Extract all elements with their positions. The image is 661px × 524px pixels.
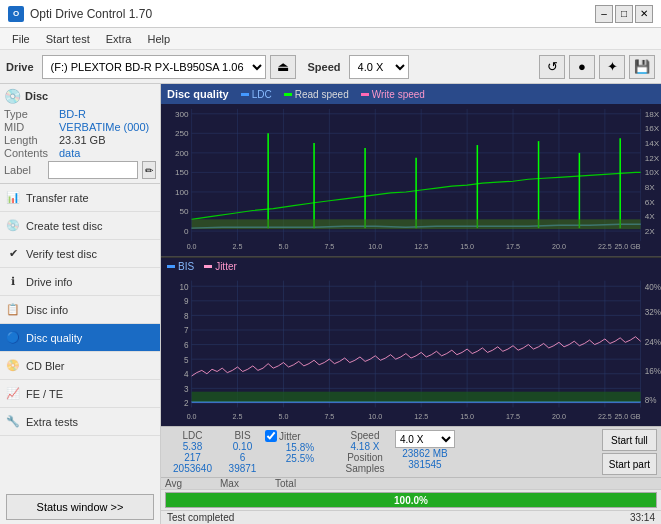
- minimize-button[interactable]: –: [595, 5, 613, 23]
- ldc-col-header: LDC: [165, 430, 220, 441]
- svg-text:17.5: 17.5: [506, 411, 520, 420]
- svg-text:25.0 GB: 25.0 GB: [614, 243, 641, 250]
- label-input[interactable]: [48, 161, 138, 179]
- pos-label: Position: [335, 452, 395, 463]
- row-labels: Avg Max Total: [161, 477, 661, 489]
- top-chart: 300 250 200 150 100 50 0 18X 16X 14X 12X…: [161, 104, 661, 257]
- total-bis: 39871: [220, 463, 265, 474]
- contents-key: Contents: [4, 147, 59, 159]
- maximize-button[interactable]: □: [615, 5, 633, 23]
- progress-section: 100.0%: [161, 489, 661, 510]
- mid-key: MID: [4, 121, 59, 133]
- speed-select[interactable]: 4.0 X: [349, 55, 409, 79]
- max-pos: 23862 MB: [395, 448, 455, 459]
- speed-set-select[interactable]: 4.0 X: [395, 430, 455, 448]
- read-legend-label: Read speed: [295, 89, 349, 100]
- svg-text:5.0: 5.0: [278, 243, 288, 250]
- speed-val-col: 4.0 X 23862 MB 381545: [395, 430, 455, 474]
- stats-columns: LDC 5.38 217 2053640 BIS 0.10 6 39871 Ji…: [165, 430, 598, 474]
- progress-bar-inner: 100.0%: [166, 493, 656, 507]
- nav-label-transfer-rate: Transfer rate: [26, 192, 89, 204]
- sidebar: 💿 Disc Type BD-R MID VERBATIMe (000) Len…: [0, 84, 161, 524]
- start-full-button[interactable]: Start full: [602, 429, 657, 451]
- avg-ldc: 5.38: [165, 441, 220, 452]
- write-legend: Write speed: [361, 89, 425, 100]
- main-area: 💿 Disc Type BD-R MID VERBATIMe (000) Len…: [0, 84, 661, 524]
- label-edit-button[interactable]: ✏: [142, 161, 156, 179]
- nav-label-fe-te: FE / TE: [26, 388, 63, 400]
- svg-text:9: 9: [184, 295, 189, 305]
- ldc-legend-dot: [241, 93, 249, 96]
- sidebar-item-disc-quality[interactable]: 🔵 Disc quality: [0, 324, 160, 352]
- refresh-button[interactable]: ↺: [539, 55, 565, 79]
- extra-tests-icon: 🔧: [6, 415, 20, 429]
- sidebar-item-extra-tests[interactable]: 🔧 Extra tests: [0, 408, 160, 436]
- star-button[interactable]: ✦: [599, 55, 625, 79]
- bottom-chart-header: BIS Jitter: [161, 257, 661, 275]
- total-ldc: 2053640: [165, 463, 220, 474]
- contents-val: data: [59, 147, 156, 159]
- svg-text:16%: 16%: [645, 365, 661, 375]
- svg-text:7.5: 7.5: [324, 243, 334, 250]
- svg-text:22.5: 22.5: [598, 243, 612, 250]
- bis-col: BIS 0.10 6 39871: [220, 430, 265, 474]
- max-bis: 6: [220, 452, 265, 463]
- nav-items: 📊 Transfer rate 💿 Create test disc ✔ Ver…: [0, 184, 160, 436]
- svg-text:16X: 16X: [645, 125, 660, 134]
- label-row: Label ✏: [4, 161, 156, 179]
- samples-label: Samples: [335, 463, 395, 474]
- nav-label-extra-tests: Extra tests: [26, 416, 78, 428]
- start-part-button[interactable]: Start part: [602, 453, 657, 475]
- menu-start-test[interactable]: Start test: [38, 31, 98, 47]
- jitter-col-label: Jitter: [279, 431, 301, 442]
- svg-text:4: 4: [184, 368, 189, 378]
- bis-col-header: BIS: [220, 430, 265, 441]
- svg-text:5.0: 5.0: [278, 411, 288, 420]
- sidebar-item-fe-te[interactable]: 📈 FE / TE: [0, 380, 160, 408]
- type-val: BD-R: [59, 108, 156, 120]
- sidebar-item-disc-info[interactable]: 📋 Disc info: [0, 296, 160, 324]
- svg-text:40%: 40%: [645, 281, 661, 291]
- label-key: Label: [4, 164, 44, 176]
- jitter-legend-dot: [204, 265, 212, 268]
- mid-val: VERBATIMe (000): [59, 121, 156, 133]
- top-chart-svg: 300 250 200 150 100 50 0 18X 16X 14X 12X…: [161, 104, 661, 256]
- svg-text:6: 6: [184, 339, 189, 349]
- drive-label: Drive: [6, 61, 34, 73]
- eject-button[interactable]: ⏏: [270, 55, 296, 79]
- sidebar-item-verify-test-disc[interactable]: ✔ Verify test disc: [0, 240, 160, 268]
- svg-text:0: 0: [184, 227, 189, 236]
- menu-help[interactable]: Help: [139, 31, 178, 47]
- sidebar-item-drive-info[interactable]: ℹ Drive info: [0, 268, 160, 296]
- svg-text:2.5: 2.5: [233, 243, 243, 250]
- ldc-legend: LDC: [241, 89, 272, 100]
- drive-select[interactable]: (F:) PLEXTOR BD-R PX-LB950SA 1.06: [42, 55, 266, 79]
- bis-legend: BIS: [167, 261, 194, 272]
- verify-test-disc-icon: ✔: [6, 247, 20, 261]
- menu-file[interactable]: File: [4, 31, 38, 47]
- svg-text:10.0: 10.0: [368, 411, 382, 420]
- speed-col-header: Speed: [335, 430, 395, 441]
- svg-text:0.0: 0.0: [187, 411, 197, 420]
- record-button[interactable]: ●: [569, 55, 595, 79]
- total-row-label: Total: [275, 478, 330, 489]
- svg-text:20.0: 20.0: [552, 243, 566, 250]
- jitter-checkbox[interactable]: [265, 430, 277, 442]
- close-button[interactable]: ✕: [635, 5, 653, 23]
- status-window-button[interactable]: Status window >>: [6, 494, 154, 520]
- sidebar-item-transfer-rate[interactable]: 📊 Transfer rate: [0, 184, 160, 212]
- svg-text:15.0: 15.0: [460, 411, 474, 420]
- bottom-chart-svg: 10 9 8 7 6 5 4 3 2 40% 32% 24% 16% 8% 0.…: [161, 275, 661, 427]
- nav-label-create-test-disc: Create test disc: [26, 220, 102, 232]
- title-bar: O Opti Drive Control 1.70 – □ ✕: [0, 0, 661, 28]
- avg-row-label: Avg: [165, 478, 220, 489]
- nav-label-disc-info: Disc info: [26, 304, 68, 316]
- nav-label-disc-quality: Disc quality: [26, 332, 82, 344]
- sidebar-item-create-test-disc[interactable]: 💿 Create test disc: [0, 212, 160, 240]
- menu-extra[interactable]: Extra: [98, 31, 140, 47]
- transfer-rate-icon: 📊: [6, 191, 20, 205]
- save-button[interactable]: 💾: [629, 55, 655, 79]
- sidebar-item-cd-bler[interactable]: 📀 CD Bler: [0, 352, 160, 380]
- svg-text:10: 10: [179, 281, 188, 291]
- status-time: 33:14: [630, 512, 655, 523]
